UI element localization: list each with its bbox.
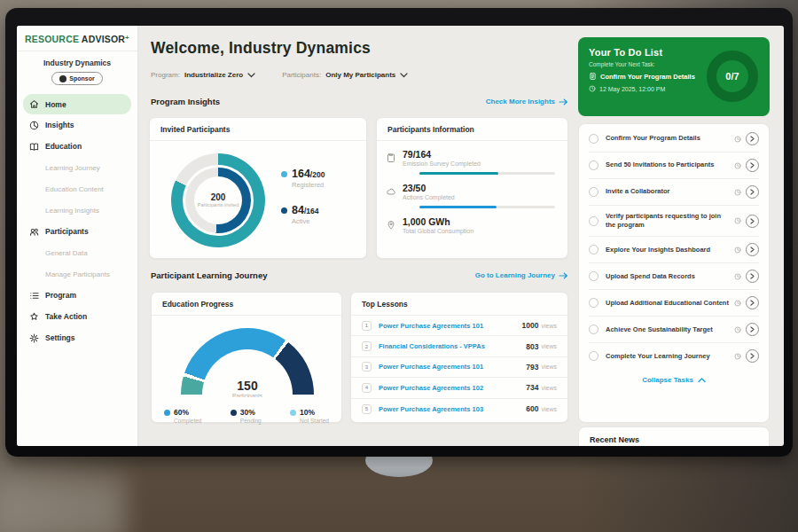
stat-value: 79/164 [403,149,557,160]
document-icon [589,72,597,81]
education-progress-gauge-chart: 150 Participants [152,316,341,401]
task-open-button[interactable] [746,215,759,228]
sidebar-item-label: Learning Insights [45,207,99,215]
task-open-button[interactable] [746,159,759,172]
logo-primary: RESOURCE [25,34,79,44]
participants-dropdown[interactable]: Participants: Only My Participants [282,71,408,79]
sidebar-nav: Home Insights Education Learning Journey… [17,94,137,348]
sidebar-item-insights[interactable]: Insights [17,114,137,136]
sidebar-item-manage-participants[interactable]: Manage Participants [17,263,137,285]
task-row: Send 50 Invitations to Participants [589,153,759,179]
settings-gear-icon [29,333,39,343]
participants-icon [29,227,39,237]
legend-value: 164/200 [292,168,325,180]
program-list-icon [29,291,39,301]
sidebar-item-settings[interactable]: Settings [17,327,137,348]
actions-progress-bar [419,206,555,208]
legend-label: Registered [292,181,325,189]
take-action-icon [29,312,39,322]
home-icon [29,99,39,109]
check-more-insights-link[interactable]: Check More Insights [486,98,568,106]
task-checkbox[interactable] [589,298,598,308]
lesson-title-link[interactable]: Financial Considerations - VPPAs [379,342,526,350]
lesson-rank: 4 [362,383,372,393]
sponsor-badge: Sponsor [51,72,103,85]
task-checkbox[interactable] [589,245,598,254]
sidebar-item-label: Education Content [45,185,104,193]
task-open-button[interactable] [746,185,759,199]
lesson-title-link[interactable]: Power Purchase Agreements 101 [379,363,526,371]
sidebar-item-learning-insights[interactable]: Learning Insights [17,200,137,221]
sidebar: RESOURCE ADVISOR+ Industry Dynamics Spon… [17,26,138,446]
chevron-right-icon [750,273,755,279]
sidebar-item-learning-journey[interactable]: Learning Journey [17,157,137,178]
task-open-button[interactable] [746,323,759,336]
task-open-button[interactable] [746,270,759,283]
page-title: Welcome, Industry Dynamics [151,39,371,58]
lesson-title-link[interactable]: Power Purchase Agreements 101 [379,322,522,330]
donut-center-label: Participants Invited [198,202,239,208]
task-open-button[interactable] [746,132,759,145]
donut-legend: 164/200 Registered 84/164 Active [281,168,325,247]
sidebar-item-education[interactable]: Education [17,136,137,157]
task-label: Complete Your Learning Journey [606,352,731,361]
clock-icon [734,136,741,143]
lesson-row: 2 Financial Considerations - VPPAs 803 v… [351,336,567,356]
collapse-tasks-link[interactable]: Collapse Tasks [589,369,759,391]
card-title: Top Lessons [351,293,567,316]
clock-icon [734,300,741,307]
lesson-views: 793 [526,363,538,372]
chevron-right-icon [750,246,755,253]
collapse-label: Collapse Tasks [642,376,693,384]
stat-emission-survey: 79/164 Emission Survey Completed [386,149,557,175]
app-logo: RESOURCE ADVISOR+ [17,26,137,51]
clock-icon [734,162,741,169]
legend-dot [290,410,296,416]
lesson-title-link[interactable]: Power Purchase Agreements 102 [379,384,526,392]
task-checkbox[interactable] [589,187,598,197]
lesson-views-unit: views [541,385,557,391]
sidebar-item-take-action[interactable]: Take Action [17,306,137,327]
task-label: Achieve One Sustainability Target [606,325,731,334]
legend-value: 10% [300,408,315,417]
go-to-learning-journey-link[interactable]: Go to Learning Journey [475,271,568,279]
legend-dot [164,410,170,416]
participants-filter-label: Participants: [282,71,321,79]
program-dropdown[interactable]: Program: Industrialize Zero [151,71,255,79]
sidebar-item-program[interactable]: Program [17,285,137,306]
task-checkbox[interactable] [589,351,598,361]
sidebar-item-home[interactable]: Home [23,94,131,114]
task-open-button[interactable] [746,243,759,256]
sidebar-item-label: Insights [45,121,74,129]
chevron-right-icon [750,189,755,195]
cloud-icon [386,186,396,197]
sidebar-item-label: Manage Participants [45,270,110,278]
task-checkbox[interactable] [589,325,598,334]
task-checkbox[interactable] [589,216,598,226]
lesson-title-link[interactable]: Power Purchase Agreements 103 [379,405,526,413]
logo-plus: + [125,34,129,42]
task-row: Complete Your Learning Journey [589,343,759,369]
participants-information-card: Participants Information 79/164 Emission… [376,117,568,259]
card-title: Invited Participants [150,118,366,141]
sidebar-item-participants[interactable]: Participants [17,221,137,242]
lesson-views-unit: views [541,323,557,329]
clock-icon [589,85,596,92]
sidebar-item-label: Program [45,291,76,300]
task-open-button[interactable] [746,296,759,309]
task-row: Achieve One Sustainability Target [589,317,759,343]
task-label: Upload Additional Educational Content [606,299,731,308]
legend-dot [281,207,287,214]
stat-label: Emission Survey Completed [403,160,557,167]
task-checkbox[interactable] [589,271,598,281]
lesson-row: 4 Power Purchase Agreements 102 734 view… [351,378,567,398]
task-checkbox[interactable] [589,134,598,144]
sidebar-item-general-data[interactable]: General Data [17,242,137,263]
task-open-button[interactable] [746,349,759,363]
sidebar-item-education-content[interactable]: Education Content [17,178,137,200]
legend-label: Completed [174,418,201,424]
insights-icon [29,121,39,130]
gauge-center-value: 150 [181,379,314,393]
task-row: Upload Spend Data Records [589,263,759,290]
task-checkbox[interactable] [589,160,598,170]
